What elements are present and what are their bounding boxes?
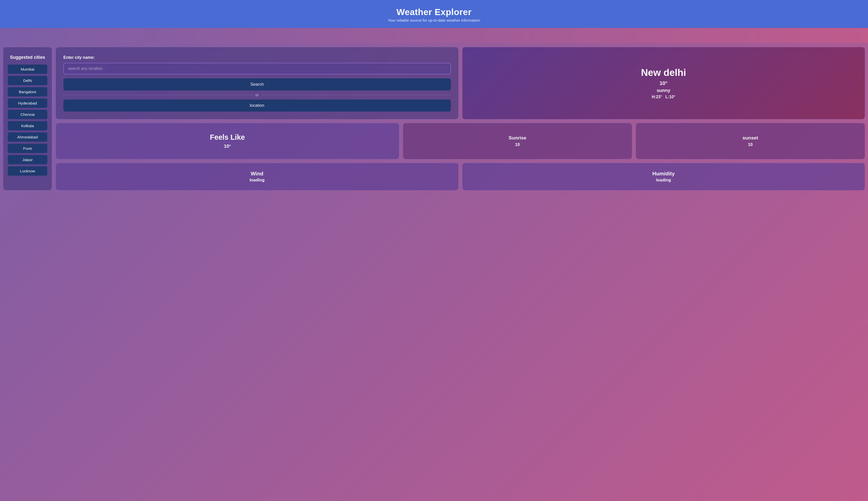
search-input[interactable] (63, 63, 451, 74)
city-btn-lucknow[interactable]: Lucknow (8, 166, 47, 175)
city-btn-ahmedabad[interactable]: Ahmedabad (8, 132, 47, 142)
city-btn-pune[interactable]: Pune (8, 144, 47, 153)
sunset-value: 10 (748, 142, 753, 147)
wind-label: Wind (251, 171, 263, 177)
city-btn-chennai[interactable]: Chennai (8, 110, 47, 119)
sunrise-panel: Sunrise 10 (403, 123, 632, 159)
or-text: or (255, 93, 259, 97)
location-button[interactable]: location (63, 99, 451, 111)
city-btn-bangalore[interactable]: Bangalore (8, 87, 47, 96)
temperature: 10° (660, 80, 667, 86)
humidity-panel: Humidity loading (462, 163, 865, 190)
humidity-value: loading (656, 178, 671, 183)
main-content: Suggested cities Mumbai Delhi Bangalore … (0, 43, 868, 194)
weather-high: H:23° (652, 95, 662, 99)
weather-info-panel: New delhi 10° sunny H:23° L:10° (462, 47, 865, 119)
or-divider: or (63, 93, 451, 97)
wind-panel: Wind loading (55, 163, 459, 190)
sidebar: Suggested cities Mumbai Delhi Bangalore … (3, 47, 52, 190)
sunrise-label: Sunrise (509, 135, 526, 141)
app-header: Weather Explorer Your reliable source fo… (0, 0, 868, 28)
bottom-row: Feels Like 10° Sunrise 10 sunset 10 (55, 123, 865, 159)
city-btn-mumbai[interactable]: Mumbai (8, 65, 47, 74)
feels-like-value: 10° (224, 143, 231, 149)
hi-lo: H:23° L:10° (652, 95, 676, 99)
city-name: New delhi (641, 67, 686, 78)
feels-like-panel: Feels Like 10° (55, 123, 399, 159)
city-btn-hyderabad[interactable]: Hyderabad (8, 98, 47, 108)
sunrise-value: 10 (515, 142, 520, 147)
search-label: Enter city name: (63, 55, 451, 60)
weather-low: L:10° (665, 95, 675, 99)
humidity-label: Humidity (652, 171, 674, 177)
sunset-label: sunset (743, 135, 758, 141)
app-subtitle: Your reliable source for up-to-date weat… (5, 18, 863, 22)
search-button[interactable]: Search (63, 78, 451, 90)
feels-like-label: Feels Like (210, 133, 245, 141)
search-panel: Enter city name: Search or location (55, 47, 459, 119)
city-btn-delhi[interactable]: Delhi (8, 76, 47, 85)
weather-condition: sunny (657, 88, 670, 93)
top-row: Enter city name: Search or location New … (55, 47, 865, 119)
subheader-bar (0, 28, 868, 43)
sunset-panel: sunset 10 (636, 123, 865, 159)
app-title: Weather Explorer (5, 7, 863, 17)
extra-row: Wind loading Humidity loading (55, 163, 865, 190)
right-area: Enter city name: Search or location New … (55, 47, 865, 190)
city-btn-jaipur[interactable]: Jaipur (8, 155, 47, 164)
city-btn-kolkata[interactable]: Kolkata (8, 121, 47, 130)
wind-value: loading (249, 178, 264, 183)
sidebar-title: Suggested cities (8, 55, 47, 60)
